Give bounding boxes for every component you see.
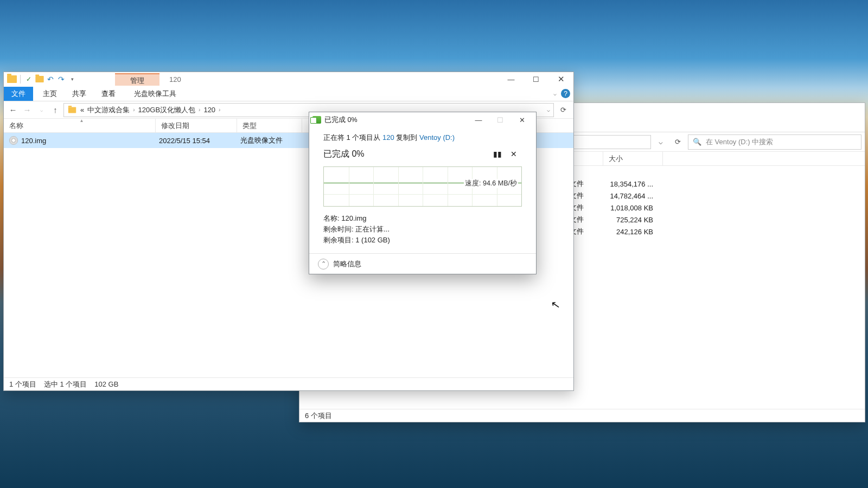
dialog-title: 已完成 0% [324,115,358,125]
ribbon-collapse-icon[interactable]: ⌵ [553,91,557,97]
progress-percent: 已完成 0% [323,149,365,160]
copy-icon [312,116,321,124]
search-placeholder: 在 Ventoy (D:) 中搜索 [706,137,773,147]
ribbon-context-label: 管理 [115,73,159,86]
dialog-footer: ⌃ 简略信息 [309,253,536,274]
cell-type: 光盘映像文件 [240,136,316,145]
breadcrumb-prefix: « [80,106,84,114]
copy-progress-dialog: 已完成 0% — ☐ ✕ 正在将 1 个项目从 120 复制到 Ventoy (… [309,112,537,274]
dialog-body: 正在将 1 个项目从 120 复制到 Ventoy (D:) 已完成 0% ▮▮… [309,127,536,253]
redo-icon[interactable]: ↷ [56,74,66,84]
chevron-right-icon[interactable]: › [219,107,220,113]
value: 1 (102 GB) [355,236,390,244]
pause-icon: ▮▮ [493,150,502,158]
ribbon-tabs: 文件 主页 共享 查看 光盘映像工具 ⌵ ? [4,86,573,101]
cell-size: 1,018,008 KB [603,204,663,212]
maximize-button: ☐ [489,112,511,127]
col-date[interactable]: 修改日期 [156,119,237,132]
graph-fill [324,183,326,183]
dialog-window-controls: — ☐ ✕ [468,112,533,127]
source-link[interactable]: 120 [382,133,394,142]
undo-icon[interactable]: ↶ [46,74,55,84]
quick-access-toolbar: ✓ ↶ ↷ ▾ [4,72,77,86]
cell-name: 120.img [21,137,159,145]
breadcrumb-item[interactable]: 120 [203,106,215,114]
cell-date: 2022/5/15 15:54 [159,137,240,145]
x-icon: ✕ [510,150,517,158]
desktop: ✓ ↶ ↷ ▾ 管理 Ventoy (D:) 文件 ← ⌵ ⟳ 🔍 在 Vent… [0,0,868,488]
tab-share[interactable]: 共享 [65,87,94,101]
search-box[interactable]: 🔍 在 Ventoy (D:) 中搜索 [688,134,861,150]
qat-dropdown-icon[interactable]: ▾ [67,74,77,84]
status-bar: 1 个项目 选中 1 个项目 102 GB [4,377,573,390]
refresh-button[interactable]: ⟳ [671,138,685,146]
breadcrumb-item[interactable]: 中文游戏合集 [87,105,130,115]
dialog-titlebar[interactable]: 已完成 0% — ☐ ✕ [309,112,536,127]
col-name-label: 名称 [9,121,23,131]
status-size: 102 GB [94,380,118,388]
chevron-right-icon[interactable]: › [199,107,200,113]
cell-size: 242,126 KB [603,228,663,236]
help-icon[interactable]: ? [561,89,570,98]
minimize-button[interactable]: — [468,112,489,127]
back-button[interactable]: ← [7,105,19,114]
label: 名称: [323,214,341,222]
status-item-count: 6 个项目 [305,411,332,421]
tab-file[interactable]: 文件 [4,87,33,101]
titlebar[interactable]: ✓ ↶ ↷ ▾ 管理 120 — ☐ ✕ [4,72,573,86]
destination-link[interactable]: Ventoy (D:) [419,133,455,142]
cell-size: 18,354,176 ... [603,180,663,188]
tab-disc-image-tools[interactable]: 光盘映像工具 [126,87,184,101]
col-type[interactable]: 类型 [237,119,302,132]
qat-properties-icon[interactable]: ✓ [24,74,34,84]
status-item-count: 1 个项目 [9,380,36,389]
address-dropdown-icon[interactable]: ⌵ [654,138,667,146]
address-dropdown-icon[interactable]: ⌵ [547,107,550,113]
folder-icon [7,75,17,83]
search-icon: 🔍 [693,138,701,146]
close-button[interactable]: ✕ [548,72,573,86]
cancel-button[interactable]: ✕ [506,146,522,162]
cell-size: 14,782,464 ... [603,192,663,200]
copy-description: 正在将 1 个项目从 120 复制到 Ventoy (D:) [323,133,522,143]
cell-size: 725,224 KB [603,216,663,224]
chevron-right-icon[interactable]: › [133,107,135,113]
ribbon-right: ⌵ ? [553,89,573,98]
text: 复制到 [394,133,419,142]
window-controls: — ☐ ✕ [499,72,573,86]
status-bar: 6 个项目 [299,409,865,422]
col-name[interactable]: 名称 ▲ [4,119,156,132]
speed-graph: 速度: 94.6 MB/秒 [323,166,522,207]
sort-asc-icon: ▲ [80,118,84,123]
pause-button[interactable]: ▮▮ [489,146,506,162]
value: 正在计算... [355,225,390,233]
recent-dropdown-icon[interactable]: ⌵ [35,107,47,113]
forward-button[interactable]: → [21,105,33,114]
minimize-button[interactable]: — [499,72,524,86]
speed-label: 速度: 94.6 MB/秒 [464,179,518,188]
label: 剩余时间: [323,225,355,233]
disc-image-icon [9,136,18,145]
value: 120.img [341,214,366,222]
close-button[interactable]: ✕ [511,112,533,127]
folder-icon [35,76,43,82]
status-selection: 选中 1 个项目 [44,380,87,389]
tab-home[interactable]: 主页 [35,87,65,101]
folder-icon [68,107,76,113]
up-button[interactable]: ↑ [49,105,61,114]
breadcrumb-item[interactable]: 120GB汉化懒人包 [138,105,195,115]
col-size[interactable]: 大小 [603,152,663,165]
progress-row: 已完成 0% ▮▮ ✕ [323,146,522,162]
copy-details: 名称: 120.img 剩余时间: 正在计算... 剩余项目: 1 (102 G… [323,213,522,246]
label: 剩余项目: [323,236,355,244]
text: 正在将 1 个项目从 [323,133,382,142]
separator [20,75,21,84]
maximize-button[interactable]: ☐ [524,72,548,86]
fewer-details-button[interactable]: 简略信息 [333,259,361,269]
tab-view[interactable]: 查看 [94,87,123,101]
refresh-button[interactable]: ⟳ [556,106,570,114]
window-title: 120 [159,75,499,84]
chevron-up-icon[interactable]: ⌃ [318,259,329,269]
